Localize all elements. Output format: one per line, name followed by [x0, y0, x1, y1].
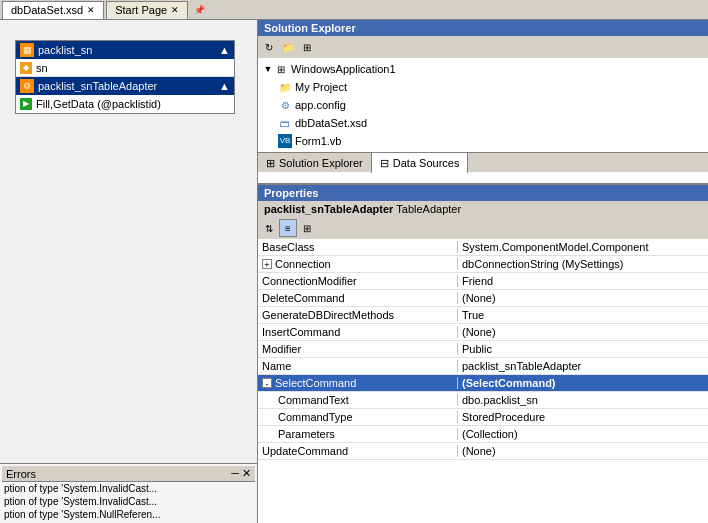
tree-root-expand[interactable]: ▼	[262, 64, 274, 74]
tab-bar: dbDataSet.xsd ✕ Start Page ✕ 📌	[0, 0, 708, 20]
error-panel: Errors ─ ✕ ption of type 'System.Invalid…	[0, 463, 257, 523]
prop-name-parameters: Parameters	[258, 428, 458, 440]
prop-value-connmodifier[interactable]: Friend	[458, 275, 708, 287]
panel-tabs: ⊞ Solution Explorer ⊟ Data Sources	[258, 152, 708, 172]
tree-item-dbdataset-label: dbDataSet.xsd	[295, 117, 367, 129]
error-line-2: ption of type 'System.InvalidCast...	[2, 495, 255, 508]
prop-row-selectcommand[interactable]: -SelectCommand (SelectCommand)	[258, 375, 708, 392]
right-panel: Solution Explorer ↻ 📁 ⊞ ▼ ⊞ WindowsAppli…	[258, 20, 708, 523]
prop-value-deletecommand[interactable]: (None)	[458, 292, 708, 304]
prop-name-name: Name	[258, 360, 458, 372]
vb-icon: VB	[278, 134, 292, 148]
adapter-expand-icon[interactable]: ▲	[219, 80, 230, 92]
properties-subtitle: packlist_snTableAdapter TableAdapter	[258, 201, 708, 217]
prop-value-selectcommand[interactable]: (SelectCommand)	[458, 377, 708, 389]
tab-dbdataset-close[interactable]: ✕	[87, 5, 95, 15]
tab-startpage-close[interactable]: ✕	[171, 5, 179, 15]
folder-icon: 📁	[278, 80, 292, 94]
adapter-method-row: ▶ Fill,GetData (@packlistid)	[16, 95, 234, 113]
prop-name-generatedb: GenerateDBDirectMethods	[258, 309, 458, 321]
panel-tab-data-sources[interactable]: ⊟ Data Sources	[372, 153, 469, 173]
dataset-table: ▦ packlist_sn ▲ ◆ sn ⚙ packlist_snTableA…	[15, 40, 235, 114]
toolbar-refresh-btn[interactable]: ↻	[260, 38, 278, 56]
dataset-table-expand-icon[interactable]: ▲	[219, 44, 230, 56]
error-panel-header: Errors ─ ✕	[2, 466, 255, 482]
prop-name-connmodifier: ConnectionModifier	[258, 275, 458, 287]
prop-value-name[interactable]: packlist_snTableAdapter	[458, 360, 708, 372]
tree-item-form1[interactable]: VB Form1.vb	[258, 132, 708, 150]
prop-value-commandtext[interactable]: dbo.packlist_sn	[458, 394, 708, 406]
prop-name-modifier: Modifier	[258, 343, 458, 355]
panel-tab-solution-explorer[interactable]: ⊞ Solution Explorer	[258, 153, 372, 173]
tree-area: ▼ ⊞ WindowsApplication1 📁 My Project ⚙ a…	[258, 58, 708, 152]
prop-row-updatecommand: UpdateCommand (None)	[258, 443, 708, 460]
prop-name-connection: +Connection	[258, 258, 458, 270]
error-line-1: ption of type 'System.InvalidCast...	[2, 482, 255, 495]
tree-item-myproject[interactable]: 📁 My Project	[258, 78, 708, 96]
prop-table: BaseClass System.ComponentModel.Componen…	[258, 239, 708, 523]
config-icon: ⚙	[278, 98, 292, 112]
prop-value-modifier[interactable]: Public	[458, 343, 708, 355]
prop-row-commandtype: CommandType StoredProcedure	[258, 409, 708, 426]
pin-icon[interactable]: 📌	[194, 5, 205, 15]
tab-startpage[interactable]: Start Page ✕	[106, 1, 188, 19]
dataset-table-name: packlist_sn	[38, 44, 92, 56]
properties-subject: packlist_snTableAdapter	[264, 203, 393, 215]
error-line-3: ption of type 'System.NullReferen...	[2, 508, 255, 521]
tab-dbdataset[interactable]: dbDataSet.xsd ✕	[2, 1, 104, 19]
tab-dbdataset-label: dbDataSet.xsd	[11, 4, 83, 16]
prop-value-baseclass[interactable]: System.ComponentModel.Component	[458, 241, 708, 253]
prop-row-insertcommand: InsertCommand (None)	[258, 324, 708, 341]
prop-sort-category-btn[interactable]: ≡	[279, 219, 297, 237]
dataset-table-header: ▦ packlist_sn ▲	[16, 41, 234, 59]
tree-root-icon: ⊞	[274, 62, 288, 76]
prop-value-generatedb[interactable]: True	[458, 309, 708, 321]
prop-row-baseclass: BaseClass System.ComponentModel.Componen…	[258, 239, 708, 256]
prop-row-modifier: Modifier Public	[258, 341, 708, 358]
error-minimize-icon[interactable]: ─	[231, 467, 239, 479]
prop-name-deletecommand: DeleteCommand	[258, 292, 458, 304]
adapter-header: ⚙ packlist_snTableAdapter ▲	[16, 77, 234, 95]
prop-toolbar: ⇅ ≡ ⊞	[258, 217, 708, 239]
prop-row-deletecommand: DeleteCommand (None)	[258, 290, 708, 307]
data-sources-tab-icon: ⊟	[380, 157, 389, 170]
error-panel-title: Errors	[6, 468, 36, 480]
selectcommand-expand-icon[interactable]: -	[262, 378, 272, 388]
dataset-column-name: sn	[36, 62, 48, 74]
prop-value-updatecommand[interactable]: (None)	[458, 445, 708, 457]
properties-title: Properties	[258, 185, 708, 201]
toolbar-folder-btn[interactable]: 📁	[279, 38, 297, 56]
prop-name-insertcommand: InsertCommand	[258, 326, 458, 338]
designer-area: ▦ packlist_sn ▲ ◆ sn ⚙ packlist_snTableA…	[0, 20, 257, 463]
adapter-method-name: Fill,GetData (@packlistid)	[36, 98, 161, 110]
tree-root[interactable]: ▼ ⊞ WindowsApplication1	[258, 60, 708, 78]
prop-name-selectcommand: -SelectCommand	[258, 377, 458, 389]
column-icon: ◆	[20, 62, 32, 74]
tree-item-appconfig[interactable]: ⚙ app.config	[258, 96, 708, 114]
error-close-icon[interactable]: ✕	[242, 467, 251, 479]
data-sources-tab-label: Data Sources	[393, 157, 460, 169]
prop-value-connection[interactable]: dbConnectionString (MySettings)	[458, 258, 708, 270]
prop-name-updatecommand: UpdateCommand	[258, 445, 458, 457]
properties-panel: Properties packlist_snTableAdapter Table…	[258, 185, 708, 523]
prop-row-commandtext: CommandText dbo.packlist_sn	[258, 392, 708, 409]
method-icon: ▶	[20, 98, 32, 110]
prop-pages-btn[interactable]: ⊞	[298, 219, 316, 237]
prop-value-insertcommand[interactable]: (None)	[458, 326, 708, 338]
tree-item-appconfig-label: app.config	[295, 99, 346, 111]
adapter-icon: ⚙	[20, 79, 34, 93]
prop-row-parameters: Parameters (Collection)	[258, 426, 708, 443]
prop-row-connection: +Connection dbConnectionString (MySettin…	[258, 256, 708, 273]
main-layout: ▦ packlist_sn ▲ ◆ sn ⚙ packlist_snTableA…	[0, 20, 708, 523]
adapter-header-left: ⚙ packlist_snTableAdapter	[20, 79, 157, 93]
error-panel-controls: ─ ✕	[231, 467, 251, 480]
left-panel: ▦ packlist_sn ▲ ◆ sn ⚙ packlist_snTableA…	[0, 20, 258, 523]
solution-explorer-tab-label: Solution Explorer	[279, 157, 363, 169]
prop-sort-alpha-btn[interactable]: ⇅	[260, 219, 278, 237]
connection-expand-icon[interactable]: +	[262, 259, 272, 269]
toolbar-props-btn[interactable]: ⊞	[298, 38, 316, 56]
prop-value-commandtype[interactable]: StoredProcedure	[458, 411, 708, 423]
prop-value-parameters[interactable]: (Collection)	[458, 428, 708, 440]
tree-item-dbdataset[interactable]: 🗃 dbDataSet.xsd	[258, 114, 708, 132]
tree-root-label: WindowsApplication1	[291, 63, 396, 75]
